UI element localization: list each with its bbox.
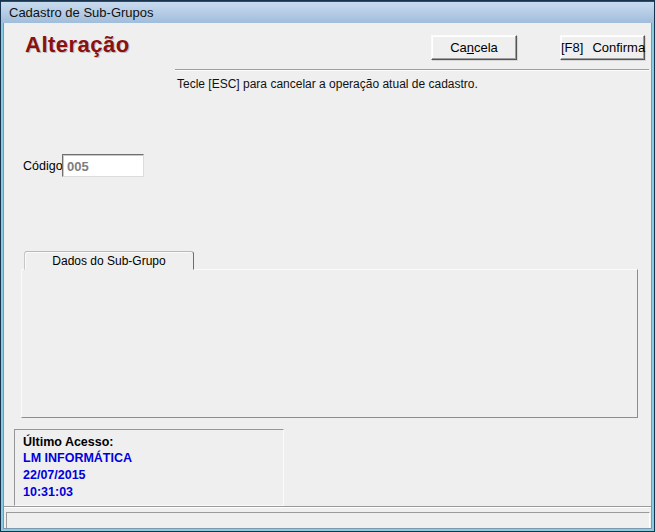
confirm-button-hotkey: [F8] [561, 40, 583, 55]
cadastro-sub-grupos-window: Cadastro de Sub-Grupos Alteração Cancela… [0, 0, 655, 532]
confirm-button[interactable]: [F8]Confirma [560, 35, 645, 60]
window-title: Cadastro de Sub-Grupos [9, 5, 154, 20]
tab-label: Dados do Sub-Grupo [52, 254, 165, 268]
cancel-button[interactable]: Cancela [431, 35, 517, 60]
last-access-time: 10:31:03 [23, 484, 283, 501]
last-access-label: Último Acesso: [23, 434, 283, 450]
codigo-field [62, 154, 144, 177]
cancel-button-label: Cancela [450, 40, 498, 55]
tab-dados-do-sub-grupo[interactable]: Dados do Sub-Grupo [24, 251, 194, 270]
last-access-panel: Último Acesso: LM INFORMÁTICA 22/07/2015… [14, 429, 284, 506]
last-access-date: 22/07/2015 [23, 467, 283, 484]
last-access-user: LM INFORMÁTICA [23, 450, 283, 467]
header-divider [175, 69, 649, 71]
status-bar [4, 506, 653, 530]
sub-grupo-panel [21, 269, 638, 418]
title-bar[interactable]: Cadastro de Sub-Grupos [1, 1, 655, 23]
confirm-button-label: Confirma [592, 40, 645, 55]
status-bar-pane [6, 512, 650, 529]
esc-hint-text: Tecle [ESC] para cancelar a operação atu… [177, 77, 478, 91]
codigo-label: Código: [23, 159, 66, 173]
mode-heading: Alteração [25, 32, 130, 58]
